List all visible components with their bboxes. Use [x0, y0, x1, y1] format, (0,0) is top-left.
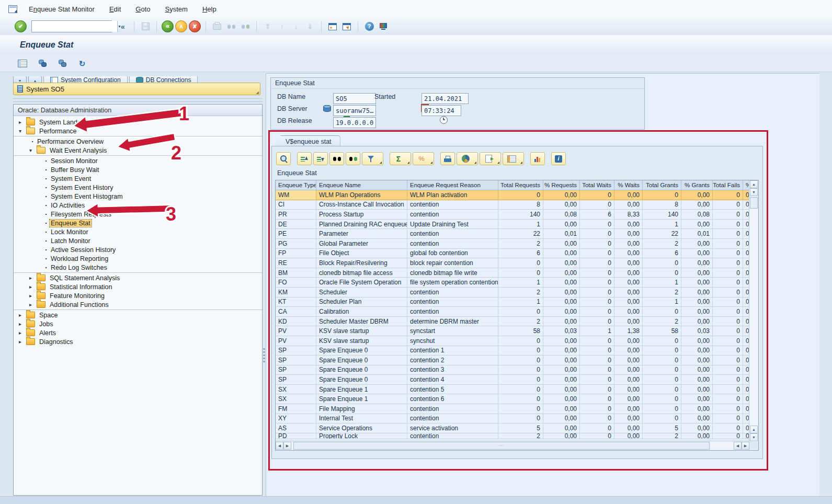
enter-button[interactable]: ✔	[15, 20, 27, 32]
column-header[interactable]: Enqueue Type	[276, 180, 316, 190]
save-button[interactable]	[139, 20, 152, 33]
menu-enqueue-stat-monitor[interactable]: Enqueue Stat Monitor	[29, 5, 95, 13]
table-row[interactable]: PGGlobal Parametercontention20,0000,0020…	[276, 239, 758, 249]
table-row[interactable]: SXSpare Enqueue 1contention 600,0000,000…	[276, 394, 758, 404]
subtotal-button[interactable]: %	[413, 152, 434, 165]
cancel-button[interactable]: ✘	[189, 20, 201, 32]
expand-icon[interactable]: ▸	[19, 339, 26, 345]
collapse-icon[interactable]: ▾	[19, 128, 26, 134]
menu-system[interactable]: System	[165, 5, 188, 13]
column-header[interactable]: Total Requests	[498, 180, 543, 190]
graphic-button[interactable]	[530, 152, 545, 165]
tree-item-additional-functions[interactable]: ▸Additional Functions	[14, 300, 262, 309]
tree-item-alerts[interactable]: ▸Alerts	[14, 328, 262, 337]
table-row[interactable]: FMFile Mappingcontention00,0000,0000,000…	[276, 404, 758, 414]
tree-item-diagnostics[interactable]: ▸Diagnostics	[14, 337, 262, 346]
scroll-left-button[interactable]: ◀	[734, 442, 742, 450]
scroll-up-button[interactable]: ▲	[750, 180, 758, 188]
expand-icon[interactable]: ▸	[19, 312, 26, 318]
menu-edit[interactable]: Edit	[109, 5, 121, 13]
table-row[interactable]: REBlock Repair/Resilveringblock repair c…	[276, 258, 758, 268]
column-header[interactable]: % Requests	[543, 180, 580, 190]
expand-icon[interactable]: ▸	[19, 330, 26, 336]
scroll-down-button[interactable]: ▼	[750, 433, 758, 441]
tree-item-wait-event-analysis[interactable]: ▾Wait Event Analysis	[14, 146, 262, 155]
scroll-left-button[interactable]: ◀	[276, 442, 283, 450]
expand-icon[interactable]: ▸	[19, 321, 26, 327]
column-header[interactable]: Enqueue Request Reason	[407, 180, 498, 190]
vertical-scrollbar-thumb[interactable]	[750, 197, 758, 209]
table-row[interactable]: ASService Operationsservice activation50…	[276, 423, 758, 433]
export-button[interactable]	[480, 152, 501, 165]
table-row[interactable]: PEParametercontention220,0100,00220,0100…	[276, 229, 758, 239]
table-row[interactable]: PRProcess Startupcontention1400,0868,331…	[276, 210, 758, 220]
previous-page-button[interactable]: ↑	[276, 20, 288, 33]
table-row[interactable]: SXSpare Enqueue 1contention 500,0000,000…	[276, 385, 758, 395]
expand-icon[interactable]: ▸	[29, 293, 37, 299]
tree-item-active-session-history[interactable]: ·Active Session History	[14, 245, 262, 254]
horizontal-scrollbar-thumb[interactable]: ⋯	[293, 442, 710, 450]
new-session-button[interactable]	[326, 20, 339, 33]
started-time-value[interactable]: 07:33:24	[421, 105, 461, 116]
tree-item-buffer-busy-wait[interactable]: ·Buffer Busy Wait	[14, 165, 262, 174]
refresh-button[interactable]: ↻	[76, 58, 88, 69]
views-button[interactable]	[457, 152, 478, 165]
table-row[interactable]: WMWLM Plan OperationsWLM Plan activation…	[276, 190, 758, 200]
dropdown-arrow-icon[interactable]	[520, 162, 522, 164]
column-header[interactable]: % Grants	[681, 180, 713, 190]
table-row[interactable]: PDProperty Lockcontention20,0000,0020,00…	[276, 433, 758, 439]
create-shortcut-button[interactable]	[340, 20, 353, 33]
tree-item-lock-monitor[interactable]: ·Lock Monitor	[14, 227, 262, 236]
customize-layout-button[interactable]	[377, 20, 390, 33]
dropdown-arrow-icon[interactable]	[407, 162, 409, 164]
save-db-connection-button[interactable]	[37, 58, 48, 69]
dropdown-arrow-icon[interactable]	[474, 162, 476, 164]
horizontal-scrollbar-track[interactable]: ⋯	[292, 442, 733, 450]
system-menu-icon[interactable]	[8, 5, 17, 13]
next-page-button[interactable]: ↓	[290, 20, 302, 33]
expand-icon[interactable]: ▸	[29, 275, 37, 281]
dropdown-arrow-icon[interactable]	[497, 162, 499, 164]
table-row[interactable]: KMSchedulercontention20,0000,0020,0000,0…	[276, 288, 758, 297]
scroll-down-button[interactable]: ▼	[750, 188, 758, 196]
db-server-value[interactable]: suoranw75…	[333, 105, 376, 116]
tree-item-performance[interactable]: ▾Performance	[14, 127, 262, 135]
resize-corner-icon[interactable]: ◢	[256, 90, 259, 94]
tree-item-jobs[interactable]: ▸Jobs	[14, 319, 262, 328]
overview-button[interactable]	[17, 58, 28, 69]
menu-goto[interactable]: Goto	[135, 5, 150, 13]
tree-item-performance-overview[interactable]: ·Performance Overview	[14, 137, 262, 146]
column-header[interactable]: % Waits	[614, 180, 643, 190]
dropdown-arrow-icon[interactable]	[380, 162, 382, 164]
collapse-icon[interactable]: ▾	[29, 147, 37, 153]
tree-item-filesystem-requests[interactable]: ·Filesystem Requests	[14, 210, 262, 219]
tree-item-feature-monitoring[interactable]: ▸Feature Monitoring	[14, 291, 262, 300]
first-page-button[interactable]: ⇑	[261, 20, 274, 33]
find-next-button[interactable]	[239, 20, 252, 33]
table-row[interactable]: XYInternal Testcontention00,0000,0000,00…	[276, 414, 758, 424]
last-page-button[interactable]: ⇓	[304, 20, 316, 33]
db-release-value[interactable]: 19.0.0.0.0	[333, 117, 376, 128]
tree-item-workload-reporting[interactable]: ·Workload Reporting	[14, 254, 262, 263]
tab-vsenqueue-stat[interactable]: V$enqueue stat	[273, 135, 340, 147]
find-button[interactable]	[225, 20, 237, 33]
sort-ascending-button[interactable]	[297, 152, 312, 165]
exit-button[interactable]: ∧	[175, 20, 187, 32]
table-row[interactable]: SPSpare Enqueue 0contention 100,0000,000…	[276, 346, 758, 356]
table-row[interactable]: PVKSV slave startupsyncstart580,0311,385…	[276, 326, 758, 336]
expand-icon[interactable]: ▸	[29, 284, 37, 290]
dropdown-arrow-icon[interactable]	[430, 162, 432, 164]
horizontal-scrollbar[interactable]: ◀ ▶ ⋯ ◀ ▶	[276, 441, 758, 450]
display-db-connection-button[interactable]	[56, 58, 68, 69]
table-row[interactable]: FPFile Objectglobal fob contention60,000…	[276, 249, 758, 259]
scroll-right-button[interactable]: ▶	[742, 442, 749, 450]
detail-button[interactable]	[276, 152, 291, 165]
back-button[interactable]: «	[162, 20, 174, 32]
column-header[interactable]: Enqueue Name	[316, 180, 407, 190]
print-button[interactable]	[440, 152, 455, 165]
find-button[interactable]	[329, 152, 344, 165]
total-button[interactable]: Σ	[390, 152, 411, 165]
vertical-scrollbar[interactable]: ▲ ▼ ▲ ▼	[749, 180, 758, 441]
tree-item-system-event-history[interactable]: ·System Event History	[14, 183, 262, 192]
column-header[interactable]: Total Grants	[643, 180, 681, 190]
